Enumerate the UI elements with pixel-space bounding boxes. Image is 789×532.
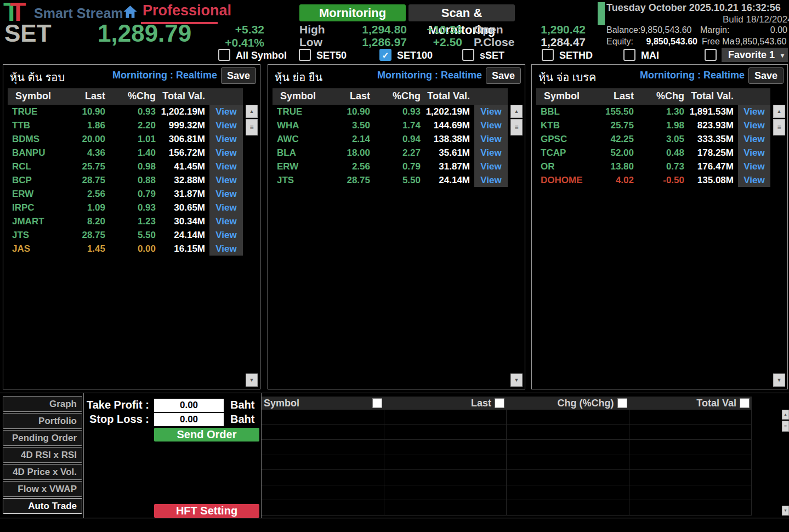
table-row-true: TRUE10.900.931,202.19MView xyxy=(8,105,243,118)
scrollbar-track[interactable] xyxy=(782,432,789,506)
scrollbar-thumb[interactable]: ≡ xyxy=(773,119,785,135)
hft-setting-button[interactable]: HFT Setting xyxy=(154,504,259,518)
view-button[interactable]: View xyxy=(209,105,243,118)
view-button[interactable]: View xyxy=(474,105,508,118)
favorite-dropdown[interactable]: Favorite 1▾ xyxy=(722,48,788,62)
save-button[interactable]: Save xyxy=(748,67,784,84)
scroll-down-button[interactable]: ▼ xyxy=(773,373,785,387)
divider xyxy=(0,393,789,393)
checkbox-all-symbol[interactable] xyxy=(218,49,230,61)
panel-scrollbar[interactable]: ▲≡▼ xyxy=(246,105,258,387)
table-row-erw: ERW2.560.7931.87MView xyxy=(273,160,508,173)
watch-empty-cell xyxy=(262,440,384,455)
balance-value: 9,850,543.60 xyxy=(640,25,691,35)
scroll-down-button[interactable]: ▼ xyxy=(246,373,258,387)
chevron-down-icon: ▾ xyxy=(781,48,784,63)
take-profit-input[interactable] xyxy=(154,399,224,412)
view-button[interactable]: View xyxy=(474,160,508,173)
checkbox-mai[interactable] xyxy=(623,49,635,61)
pclose-label: P.Close xyxy=(474,36,514,49)
panel-scrollbar[interactable]: ▲≡▼ xyxy=(773,105,785,387)
view-button[interactable]: View xyxy=(209,228,243,242)
view-button[interactable]: View xyxy=(738,160,770,173)
view-button[interactable]: View xyxy=(209,214,243,228)
filter-label-all-symbol: All Symbol xyxy=(236,50,287,61)
checkbox-set100[interactable]: ✓ xyxy=(379,49,391,61)
watch-empty-cell xyxy=(384,470,507,485)
watch-empty-cell xyxy=(384,410,507,425)
scroll-down-button[interactable]: ▼ xyxy=(510,373,523,387)
total-val-cell: 823.93M xyxy=(678,120,734,131)
scrollbar-track[interactable] xyxy=(510,135,523,373)
view-button[interactable]: View xyxy=(738,132,770,146)
watch-empty-cell xyxy=(384,440,507,455)
view-button[interactable]: View xyxy=(474,132,508,146)
send-order-button[interactable]: Send Order xyxy=(154,428,259,442)
scroll-down-button[interactable]: ▼ xyxy=(782,506,789,516)
save-button[interactable]: Save xyxy=(486,67,521,84)
symbol-cell: JTS xyxy=(12,230,29,241)
checkbox-set50[interactable] xyxy=(299,49,311,61)
sidebar-tab-pending-order[interactable]: Pending Order xyxy=(3,430,82,446)
symbol-cell: AWC xyxy=(277,134,299,145)
scroll-up-button[interactable]: ▲ xyxy=(782,410,789,420)
scan-monitoring-button[interactable]: Scan & Mornitoring xyxy=(408,4,515,21)
monitoring-button[interactable]: Mornitoring xyxy=(299,4,406,21)
view-button[interactable]: View xyxy=(738,118,770,132)
scroll-up-button[interactable]: ▲ xyxy=(773,105,785,118)
sidebar-tab-flow-x-vwap[interactable]: Flow x VWAP xyxy=(3,481,82,497)
monitoring-status-link[interactable]: Mornitoring : Realtime xyxy=(377,70,482,81)
watch-column-label-total-val: Total Val xyxy=(696,398,736,409)
scrollbar-thumb[interactable]: ≡ xyxy=(246,119,258,135)
sidebar-tab-graph[interactable]: Graph xyxy=(3,396,82,412)
view-button[interactable]: View xyxy=(474,173,508,187)
watch-empty-cell xyxy=(507,410,629,425)
checkbox-watch-symbol[interactable] xyxy=(372,398,382,408)
stop-loss-input[interactable] xyxy=(154,413,224,426)
filter-label-set50: SET50 xyxy=(316,50,347,61)
watch-empty-cell xyxy=(262,410,384,425)
scroll-up-button[interactable]: ▲ xyxy=(510,105,523,118)
monitoring-status-link[interactable]: Mornitoring : Realtime xyxy=(640,70,745,81)
checkbox-watch-chg-chg[interactable] xyxy=(617,398,627,408)
checkbox-watch-total-val[interactable] xyxy=(740,398,750,408)
view-button[interactable]: View xyxy=(209,173,243,187)
symbol-cell: TCAP xyxy=(541,148,566,159)
sidebar-tab-portfolio[interactable]: Portfolio xyxy=(3,413,82,429)
view-button[interactable]: View xyxy=(738,146,770,160)
scroll-up-button[interactable]: ▲ xyxy=(246,105,258,118)
symbol-cell: BDMS xyxy=(12,134,39,145)
view-button[interactable]: View xyxy=(474,146,508,160)
view-button[interactable]: View xyxy=(209,187,243,201)
view-button[interactable]: View xyxy=(474,118,508,132)
view-button[interactable]: View xyxy=(209,201,243,214)
sidebar-tab-4d-price-x-vol[interactable]: 4D Price x Vol. xyxy=(3,464,82,480)
checkbox-watch-last[interactable] xyxy=(495,398,504,408)
scrollbar-track[interactable] xyxy=(246,135,258,373)
view-button[interactable]: View xyxy=(209,132,243,146)
monitoring-status-link[interactable]: Mornitoring : Realtime xyxy=(112,70,217,81)
checkbox-favorite[interactable] xyxy=(705,49,717,61)
scrollbar-thumb[interactable]: ≡ xyxy=(510,119,523,135)
symbol-cell: GPSC xyxy=(541,134,567,145)
sidebar-tab-auto-trade[interactable]: Auto Trade xyxy=(3,498,82,514)
view-button[interactable]: View xyxy=(209,146,243,160)
view-button[interactable]: View xyxy=(209,118,243,132)
table-body: TRUE10.900.931,202.19MViewTTB1.862.20999… xyxy=(8,105,243,256)
view-button[interactable]: View xyxy=(209,242,243,256)
scrollbar-track[interactable] xyxy=(773,135,785,373)
view-button[interactable]: View xyxy=(738,173,770,187)
home-icon[interactable] xyxy=(123,4,138,19)
save-button[interactable]: Save xyxy=(221,67,256,84)
checkbox-sset[interactable] xyxy=(462,49,474,61)
view-button[interactable]: View xyxy=(209,160,243,173)
panel-scrollbar[interactable]: ▲≡▼ xyxy=(510,105,523,387)
sidebar-tab-4d-rsi-x-rsi[interactable]: 4D RSI x RSI xyxy=(3,447,82,463)
total-val-cell: 156.72M xyxy=(149,148,205,159)
last-cell: 10.90 xyxy=(57,106,105,117)
watch-table-scrollbar[interactable]: ▲≡▼ xyxy=(782,410,789,516)
checkbox-sethd[interactable] xyxy=(542,49,554,61)
mode-link[interactable]: Professional xyxy=(143,2,231,19)
scrollbar-thumb[interactable]: ≡ xyxy=(782,421,789,432)
view-button[interactable]: View xyxy=(738,105,770,118)
